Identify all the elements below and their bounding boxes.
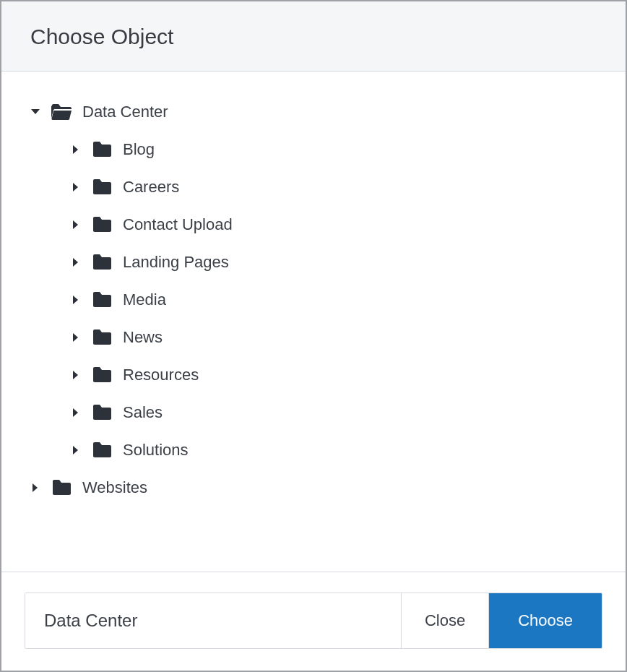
tree-node-sales[interactable]: Sales <box>23 394 604 431</box>
caret-right-icon[interactable] <box>69 181 82 194</box>
selected-object-field[interactable] <box>25 593 401 648</box>
caret-right-icon[interactable] <box>69 293 82 306</box>
tree-node-websites[interactable]: Websites <box>23 469 604 507</box>
folder-open-icon <box>51 101 72 123</box>
choose-object-modal: Choose Object Data Center <box>0 0 627 672</box>
folder-icon <box>91 439 113 461</box>
tree-node-data-center[interactable]: Data Center <box>23 93 604 131</box>
modal-footer: Close Choose <box>1 572 626 671</box>
tree-node-contact-upload[interactable]: Contact Upload <box>23 206 604 244</box>
tree-node-news[interactable]: News <box>23 319 604 356</box>
tree-node-landing-pages[interactable]: Landing Pages <box>23 244 604 281</box>
caret-right-icon[interactable] <box>69 406 82 419</box>
tree-node-careers[interactable]: Careers <box>23 168 604 206</box>
folder-icon <box>91 289 113 311</box>
folder-icon <box>91 214 113 236</box>
modal-body: Data Center Blog Careers <box>1 72 626 572</box>
tree-node-label: Media <box>123 290 166 309</box>
caret-right-icon[interactable] <box>69 331 82 344</box>
caret-right-icon[interactable] <box>69 256 82 269</box>
tree-node-media[interactable]: Media <box>23 281 604 319</box>
caret-down-icon[interactable] <box>29 105 42 119</box>
folder-icon <box>91 364 113 386</box>
tree-node-label: Resources <box>123 366 199 384</box>
tree-node-solutions[interactable]: Solutions <box>23 431 604 469</box>
tree-node-label: Data Center <box>82 103 168 121</box>
object-tree: Data Center Blog Careers <box>23 93 604 507</box>
caret-right-icon[interactable] <box>69 143 82 156</box>
tree-node-label: Websites <box>82 478 147 497</box>
tree-node-resources[interactable]: Resources <box>23 356 604 394</box>
tree-node-label: Contact Upload <box>123 215 233 234</box>
footer-bar: Close Choose <box>25 593 602 649</box>
caret-right-icon[interactable] <box>69 218 82 231</box>
close-button[interactable]: Close <box>401 593 488 648</box>
tree-node-label: Landing Pages <box>123 253 229 272</box>
tree-node-label: Sales <box>123 403 163 422</box>
modal-header: Choose Object <box>1 1 626 72</box>
caret-right-icon[interactable] <box>69 369 82 382</box>
folder-icon <box>91 176 113 198</box>
folder-icon <box>91 402 113 423</box>
tree-node-label: Blog <box>123 140 155 159</box>
tree-node-label: Careers <box>123 178 179 197</box>
tree-node-blog[interactable]: Blog <box>23 131 604 168</box>
tree-node-label: Solutions <box>123 441 189 460</box>
modal-title: Choose Object <box>30 25 597 49</box>
caret-right-icon[interactable] <box>69 444 82 457</box>
folder-icon <box>91 251 113 273</box>
choose-button[interactable]: Choose <box>488 593 602 648</box>
folder-icon <box>51 477 72 499</box>
caret-right-icon[interactable] <box>29 481 42 494</box>
folder-icon <box>91 327 113 348</box>
folder-icon <box>91 139 113 160</box>
tree-node-label: News <box>123 328 163 347</box>
